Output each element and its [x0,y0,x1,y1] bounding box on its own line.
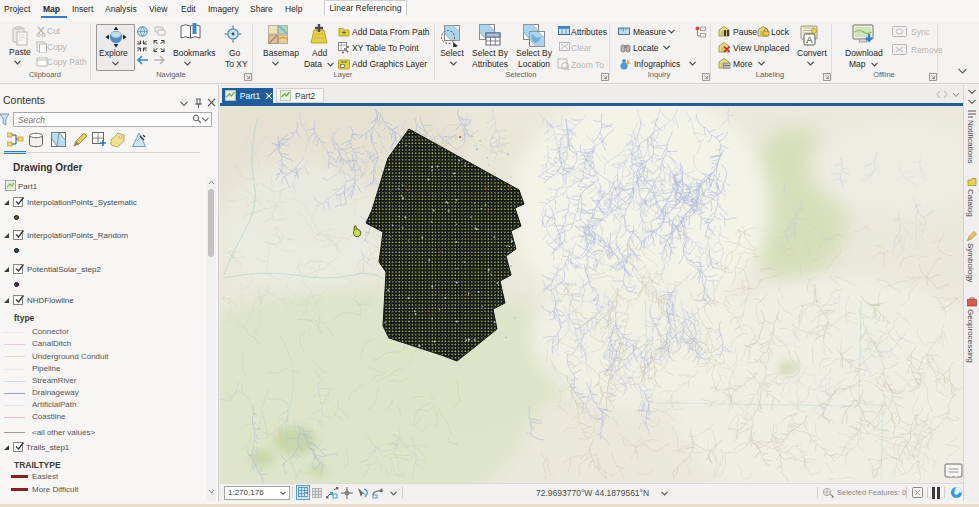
svg-text:A: A [806,34,813,45]
